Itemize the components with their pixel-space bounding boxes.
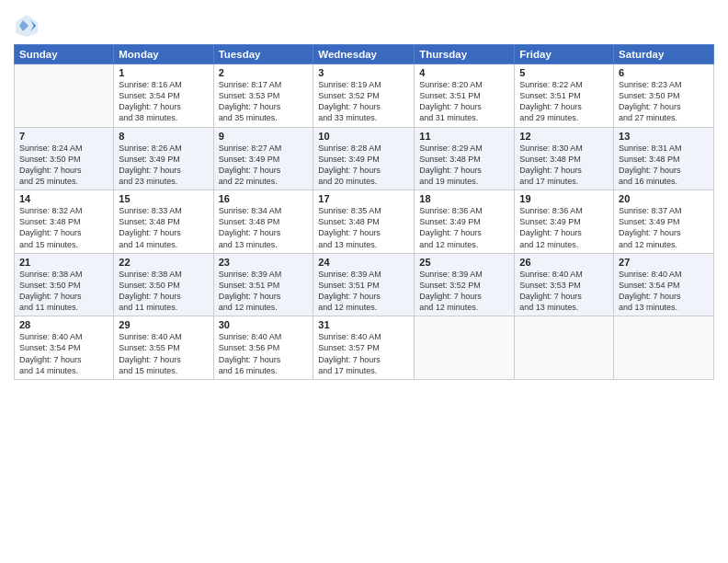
weekday-header: Friday: [515, 45, 614, 64]
day-info: Sunrise: 8:30 AM Sunset: 3:48 PM Dayligh…: [519, 143, 609, 188]
day-number: 9: [219, 131, 309, 142]
day-info: Sunrise: 8:40 AM Sunset: 3:56 PM Dayligh…: [219, 331, 309, 376]
weekday-header: Monday: [114, 45, 213, 64]
day-info: Sunrise: 8:40 AM Sunset: 3:55 PM Dayligh…: [119, 331, 208, 376]
day-number: 8: [119, 131, 208, 142]
day-info: Sunrise: 8:39 AM Sunset: 3:52 PM Dayligh…: [419, 269, 509, 314]
weekday-header: Sunday: [15, 45, 114, 64]
day-info: Sunrise: 8:39 AM Sunset: 3:51 PM Dayligh…: [318, 269, 409, 314]
day-number: 12: [519, 131, 609, 142]
day-number: 30: [219, 319, 309, 330]
header: [14, 9, 714, 39]
day-info: Sunrise: 8:26 AM Sunset: 3:49 PM Dayligh…: [119, 143, 208, 188]
calendar-cell: 5Sunrise: 8:22 AM Sunset: 3:51 PM Daylig…: [515, 64, 614, 128]
day-info: Sunrise: 8:36 AM Sunset: 3:49 PM Dayligh…: [519, 205, 609, 250]
calendar-cell: 15Sunrise: 8:33 AM Sunset: 3:48 PM Dayli…: [114, 190, 213, 254]
day-number: 20: [619, 193, 709, 204]
day-info: Sunrise: 8:23 AM Sunset: 3:50 PM Dayligh…: [619, 79, 709, 124]
calendar-cell: 21Sunrise: 8:38 AM Sunset: 3:50 PM Dayli…: [15, 253, 114, 316]
calendar-week-row: 28Sunrise: 8:40 AM Sunset: 3:54 PM Dayli…: [15, 316, 714, 380]
day-number: 25: [419, 257, 509, 268]
day-info: Sunrise: 8:17 AM Sunset: 3:53 PM Dayligh…: [219, 79, 309, 124]
day-number: 24: [318, 257, 409, 268]
day-number: 22: [119, 257, 208, 268]
calendar-cell: 8Sunrise: 8:26 AM Sunset: 3:49 PM Daylig…: [114, 127, 213, 190]
day-info: Sunrise: 8:39 AM Sunset: 3:51 PM Dayligh…: [219, 269, 309, 314]
calendar-cell: 10Sunrise: 8:28 AM Sunset: 3:49 PM Dayli…: [313, 127, 415, 190]
day-number: 1: [119, 67, 208, 78]
calendar-header: SundayMondayTuesdayWednesdayThursdayFrid…: [15, 45, 714, 64]
day-number: 14: [19, 193, 108, 204]
day-number: 3: [318, 67, 409, 78]
logo: [14, 13, 43, 39]
weekday-header: Wednesday: [313, 45, 415, 64]
calendar-cell: 19Sunrise: 8:36 AM Sunset: 3:49 PM Dayli…: [515, 190, 614, 254]
day-number: 10: [318, 131, 409, 142]
calendar-cell: 20Sunrise: 8:37 AM Sunset: 3:49 PM Dayli…: [614, 190, 714, 254]
day-number: 21: [19, 257, 108, 268]
calendar-week-row: 21Sunrise: 8:38 AM Sunset: 3:50 PM Dayli…: [15, 253, 714, 316]
calendar-cell: 30Sunrise: 8:40 AM Sunset: 3:56 PM Dayli…: [213, 316, 313, 380]
calendar-cell: 16Sunrise: 8:34 AM Sunset: 3:48 PM Dayli…: [213, 190, 313, 254]
calendar-cell: 14Sunrise: 8:32 AM Sunset: 3:48 PM Dayli…: [15, 190, 114, 254]
day-number: 2: [219, 67, 309, 78]
day-info: Sunrise: 8:24 AM Sunset: 3:50 PM Dayligh…: [19, 143, 108, 188]
day-number: 31: [318, 319, 409, 330]
day-number: 16: [219, 193, 309, 204]
day-number: 29: [119, 319, 208, 330]
day-number: 4: [419, 67, 509, 78]
calendar-cell: 9Sunrise: 8:27 AM Sunset: 3:49 PM Daylig…: [213, 127, 313, 190]
day-info: Sunrise: 8:35 AM Sunset: 3:48 PM Dayligh…: [318, 205, 409, 250]
day-info: Sunrise: 8:31 AM Sunset: 3:48 PM Dayligh…: [619, 143, 709, 188]
logo-icon: [14, 13, 40, 39]
calendar-cell: 22Sunrise: 8:38 AM Sunset: 3:50 PM Dayli…: [114, 253, 213, 316]
calendar-cell: 12Sunrise: 8:30 AM Sunset: 3:48 PM Dayli…: [515, 127, 614, 190]
day-info: Sunrise: 8:29 AM Sunset: 3:48 PM Dayligh…: [419, 143, 509, 188]
calendar-week-row: 14Sunrise: 8:32 AM Sunset: 3:48 PM Dayli…: [15, 190, 714, 254]
calendar-cell: 2Sunrise: 8:17 AM Sunset: 3:53 PM Daylig…: [213, 64, 313, 128]
day-info: Sunrise: 8:33 AM Sunset: 3:48 PM Dayligh…: [119, 205, 208, 250]
day-info: Sunrise: 8:20 AM Sunset: 3:51 PM Dayligh…: [419, 79, 509, 124]
calendar-cell: 24Sunrise: 8:39 AM Sunset: 3:51 PM Dayli…: [313, 253, 415, 316]
day-info: Sunrise: 8:27 AM Sunset: 3:49 PM Dayligh…: [219, 143, 309, 188]
calendar-cell: 1Sunrise: 8:16 AM Sunset: 3:54 PM Daylig…: [114, 64, 213, 128]
day-info: Sunrise: 8:40 AM Sunset: 3:57 PM Dayligh…: [318, 331, 409, 376]
calendar-cell: 27Sunrise: 8:40 AM Sunset: 3:54 PM Dayli…: [614, 253, 714, 316]
calendar-cell: 7Sunrise: 8:24 AM Sunset: 3:50 PM Daylig…: [15, 127, 114, 190]
calendar-week-row: 1Sunrise: 8:16 AM Sunset: 3:54 PM Daylig…: [15, 64, 714, 128]
day-number: 19: [519, 193, 609, 204]
day-number: 27: [619, 257, 709, 268]
day-number: 5: [519, 67, 609, 78]
day-info: Sunrise: 8:40 AM Sunset: 3:54 PM Dayligh…: [19, 331, 108, 376]
calendar-cell: 11Sunrise: 8:29 AM Sunset: 3:48 PM Dayli…: [415, 127, 515, 190]
calendar-cell: 6Sunrise: 8:23 AM Sunset: 3:50 PM Daylig…: [614, 64, 714, 128]
calendar-cell: [614, 316, 714, 380]
calendar-cell: [515, 316, 614, 380]
calendar-cell: 17Sunrise: 8:35 AM Sunset: 3:48 PM Dayli…: [313, 190, 415, 254]
day-number: 17: [318, 193, 409, 204]
weekday-header: Saturday: [614, 45, 714, 64]
day-info: Sunrise: 8:40 AM Sunset: 3:53 PM Dayligh…: [519, 269, 609, 314]
day-number: 6: [619, 67, 709, 78]
calendar-week-row: 7Sunrise: 8:24 AM Sunset: 3:50 PM Daylig…: [15, 127, 714, 190]
calendar-cell: 18Sunrise: 8:36 AM Sunset: 3:49 PM Dayli…: [415, 190, 515, 254]
day-info: Sunrise: 8:19 AM Sunset: 3:52 PM Dayligh…: [318, 79, 409, 124]
day-info: Sunrise: 8:32 AM Sunset: 3:48 PM Dayligh…: [19, 205, 108, 250]
calendar-cell: 13Sunrise: 8:31 AM Sunset: 3:48 PM Dayli…: [614, 127, 714, 190]
calendar-cell: 28Sunrise: 8:40 AM Sunset: 3:54 PM Dayli…: [15, 316, 114, 380]
calendar-cell: 23Sunrise: 8:39 AM Sunset: 3:51 PM Dayli…: [213, 253, 313, 316]
calendar-cell: [415, 316, 515, 380]
day-info: Sunrise: 8:34 AM Sunset: 3:48 PM Dayligh…: [219, 205, 309, 250]
day-number: 15: [119, 193, 208, 204]
day-number: 11: [419, 131, 509, 142]
weekday-header: Thursday: [415, 45, 515, 64]
day-info: Sunrise: 8:40 AM Sunset: 3:54 PM Dayligh…: [619, 269, 709, 314]
day-info: Sunrise: 8:38 AM Sunset: 3:50 PM Dayligh…: [19, 269, 108, 314]
day-number: 23: [219, 257, 309, 268]
day-info: Sunrise: 8:38 AM Sunset: 3:50 PM Dayligh…: [119, 269, 208, 314]
day-number: 26: [519, 257, 609, 268]
day-number: 7: [19, 131, 108, 142]
day-number: 28: [19, 319, 108, 330]
weekday-row: SundayMondayTuesdayWednesdayThursdayFrid…: [15, 45, 714, 64]
calendar-cell: 4Sunrise: 8:20 AM Sunset: 3:51 PM Daylig…: [415, 64, 515, 128]
